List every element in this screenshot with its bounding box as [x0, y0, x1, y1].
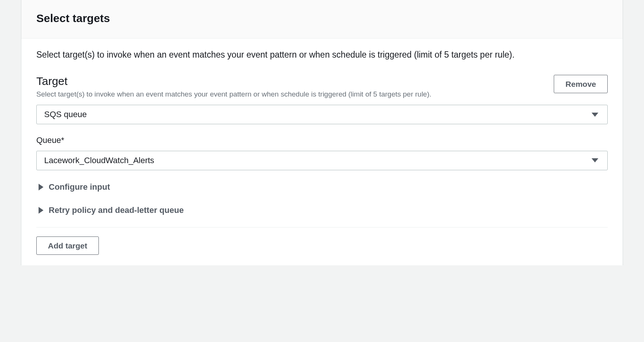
- queue-label: Queue*: [36, 135, 608, 145]
- queue-value: Lacework_CloudWatch_Alerts: [44, 156, 154, 165]
- divider: [36, 227, 608, 228]
- retry-policy-label: Retry policy and dead-letter queue: [49, 205, 184, 215]
- remove-target-button[interactable]: Remove: [554, 75, 608, 93]
- panel-title: Select targets: [36, 12, 608, 25]
- target-title-wrap: Target Select target(s) to invoke when a…: [36, 75, 546, 100]
- target-type-value: SQS queue: [44, 110, 87, 119]
- target-header-row: Target Select target(s) to invoke when a…: [36, 75, 608, 100]
- panel-header: Select targets: [21, 0, 623, 39]
- target-type-select[interactable]: SQS queue: [36, 105, 608, 124]
- select-targets-panel: Select targets Select target(s) to invok…: [21, 0, 623, 265]
- caret-right-icon: [39, 184, 43, 190]
- target-subdescription: Select target(s) to invoke when an event…: [36, 89, 471, 100]
- retry-policy-expander[interactable]: Retry policy and dead-letter queue: [36, 204, 608, 217]
- queue-select[interactable]: Lacework_CloudWatch_Alerts: [36, 151, 608, 170]
- panel-body: Select target(s) to invoke when an event…: [21, 39, 623, 265]
- target-title: Target: [36, 75, 546, 88]
- caret-down-icon: [592, 158, 598, 162]
- configure-input-label: Configure input: [49, 182, 110, 192]
- caret-down-icon: [592, 113, 598, 117]
- panel-description: Select target(s) to invoke when an event…: [36, 48, 608, 61]
- add-target-button[interactable]: Add target: [36, 236, 99, 255]
- configure-input-expander[interactable]: Configure input: [36, 181, 608, 193]
- caret-right-icon: [39, 207, 43, 214]
- target-block: Target Select target(s) to invoke when a…: [36, 75, 608, 255]
